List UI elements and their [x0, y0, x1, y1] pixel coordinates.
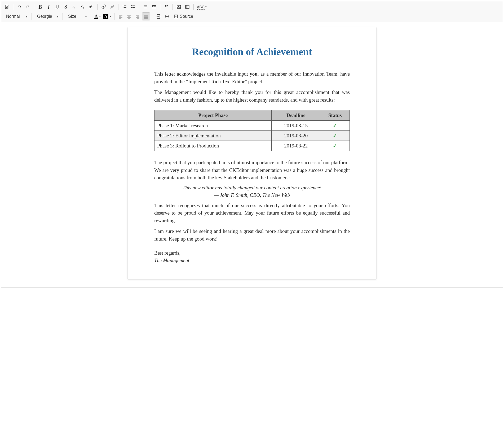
paragraph-thanks: The Management would like to hereby than…: [154, 89, 350, 104]
svg-text:X: X: [89, 6, 91, 9]
svg-rect-42: [144, 16, 148, 17]
svg-rect-21: [154, 7, 156, 7]
align-left-icon[interactable]: [117, 12, 125, 20]
spellcheck-icon[interactable]: ABC ▾: [196, 3, 208, 11]
col-deadline: Deadline: [272, 110, 320, 121]
svg-rect-16: [132, 7, 135, 8]
text-color-button[interactable]: A ▾: [93, 12, 102, 20]
svg-rect-14: [132, 6, 135, 6]
bg-color-button[interactable]: A ▾: [102, 12, 112, 20]
cell-status: ✓: [320, 141, 350, 151]
cell-phase: Phase 1: Market research: [154, 121, 272, 131]
toolbar-separator: [118, 4, 118, 10]
svg-rect-48: [165, 16, 169, 17]
export-word-icon[interactable]: W: [3, 3, 11, 11]
source-button[interactable]: Source: [171, 12, 196, 20]
svg-point-15: [131, 7, 132, 8]
svg-rect-44: [144, 18, 148, 19]
bulleted-list-icon[interactable]: [129, 3, 137, 11]
svg-rect-23: [177, 5, 181, 8]
align-justify-icon[interactable]: [142, 12, 150, 20]
cell-deadline: 2019-08-15: [272, 121, 320, 131]
numbered-list-icon[interactable]: 12: [121, 3, 129, 11]
font-size-select[interactable]: Size ▾: [65, 12, 89, 20]
svg-rect-36: [128, 18, 130, 19]
strikethrough-icon[interactable]: S: [62, 3, 70, 11]
table-icon[interactable]: [183, 3, 191, 11]
svg-rect-18: [145, 7, 147, 7]
bg-color-icon: A: [103, 14, 108, 19]
indent-icon[interactable]: [150, 3, 158, 11]
svg-rect-22: [152, 8, 156, 8]
table-row: Phase 2: Editor implementation 2019-08-2…: [154, 131, 350, 141]
svg-point-13: [131, 5, 132, 6]
svg-text:2: 2: [123, 7, 124, 8]
size-value: Size: [68, 14, 76, 19]
svg-rect-43: [144, 17, 148, 18]
svg-rect-46: [157, 17, 160, 18]
chevron-down-icon: ▾: [26, 15, 27, 18]
svg-rect-10: [124, 6, 126, 6]
toolbar-separator: [63, 13, 63, 20]
align-right-icon[interactable]: [134, 12, 142, 20]
paragraph-format-select[interactable]: Normal ▾: [3, 12, 29, 20]
svg-rect-38: [137, 16, 139, 17]
svg-rect-35: [127, 17, 131, 18]
horizontal-rule-icon[interactable]: [163, 12, 171, 20]
cell-deadline: 2019-08-22: [272, 141, 320, 151]
signature: The Management: [154, 258, 350, 263]
paragraph-recognition: This letter recognizes that much of our …: [154, 202, 350, 225]
remove-format-icon[interactable]: Ix: [70, 3, 78, 11]
svg-rect-39: [136, 17, 139, 18]
cell-status: ✓: [320, 131, 350, 141]
paragraph-future: I am sure we will be seeing and hearing …: [154, 228, 350, 243]
document-title: Recognition of Achievement: [154, 46, 350, 58]
project-table: Project Phase Deadline Status Phase 1: M…: [154, 110, 350, 151]
format-value: Normal: [6, 14, 20, 19]
blockquote-attribution: — John F. Smith, CEO, The New Web: [154, 192, 350, 198]
svg-rect-19: [144, 8, 147, 8]
unlink-icon[interactable]: [108, 3, 116, 11]
redo-icon[interactable]: [24, 3, 32, 11]
svg-rect-41: [144, 15, 148, 16]
font-family-select[interactable]: Georgia ▾: [34, 12, 60, 20]
image-icon[interactable]: [175, 3, 183, 11]
chevron-down-icon: ▾: [57, 15, 58, 18]
svg-rect-17: [144, 5, 147, 6]
svg-rect-37: [136, 15, 139, 16]
toolbar-separator: [34, 4, 34, 10]
italic-icon[interactable]: I: [45, 3, 53, 11]
superscript-icon[interactable]: X2: [87, 3, 95, 11]
editor-frame: W B I U S Ix X2 X2: [1, 1, 503, 288]
toolbar: W B I U S Ix X2 X2: [1, 1, 503, 22]
text: This letter acknowledges the invaluable …: [154, 71, 250, 77]
cell-deadline: 2019-08-20: [272, 131, 320, 141]
toolbar-separator: [91, 13, 91, 20]
blockquote-icon[interactable]: ”: [162, 3, 170, 11]
svg-rect-29: [119, 15, 122, 16]
toolbar-separator: [152, 13, 152, 20]
source-label: Source: [180, 14, 193, 19]
undo-icon[interactable]: [15, 3, 23, 11]
cell-status: ✓: [320, 121, 350, 131]
toolbar-row-1: W B I U S Ix X2 X2: [3, 2, 501, 11]
svg-rect-20: [152, 5, 156, 6]
toolbar-separator: [193, 4, 194, 10]
subscript-icon[interactable]: X2: [79, 3, 87, 11]
svg-rect-31: [119, 17, 122, 18]
align-center-icon[interactable]: [125, 12, 133, 20]
svg-text:2: 2: [91, 5, 92, 7]
editor-content-area[interactable]: Recognition of Achievement This letter a…: [1, 22, 503, 287]
toolbar-separator: [173, 4, 173, 10]
font-value: Georgia: [37, 14, 52, 19]
cell-phase: Phase 3: Rollout to Production: [154, 141, 272, 151]
svg-text:2: 2: [83, 7, 84, 9]
cell-phase: Phase 2: Editor implementation: [154, 131, 272, 141]
link-icon[interactable]: [100, 3, 108, 11]
col-status: Status: [320, 110, 350, 121]
underline-icon[interactable]: U: [53, 3, 61, 11]
outdent-icon[interactable]: [142, 3, 149, 11]
text-color-icon: A: [94, 14, 98, 19]
bold-icon[interactable]: B: [36, 3, 44, 11]
page-break-icon[interactable]: [154, 12, 162, 20]
